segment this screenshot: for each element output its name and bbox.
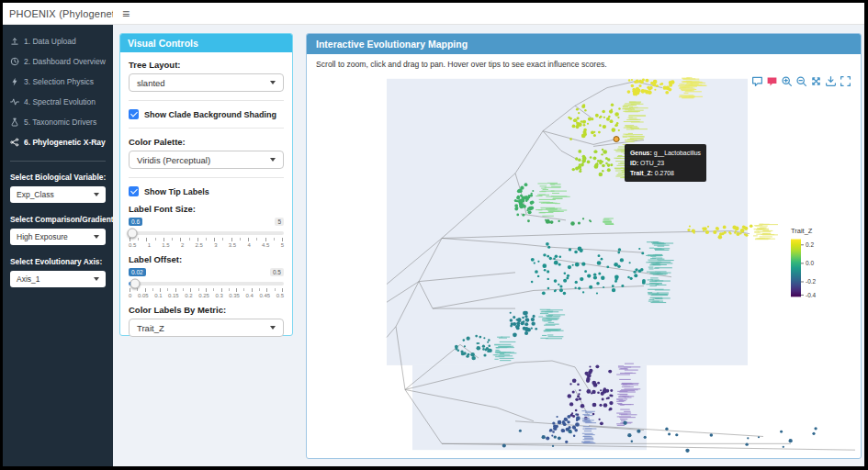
tip-marker[interactable] xyxy=(569,138,572,140)
tip-marker[interactable] xyxy=(521,321,524,325)
tip-marker[interactable] xyxy=(513,322,516,326)
tip-marker[interactable] xyxy=(461,352,465,355)
tip-marker[interactable] xyxy=(482,345,485,348)
tip-marker[interactable] xyxy=(609,401,613,405)
tip-marker[interactable] xyxy=(575,167,579,171)
tip-marker[interactable] xyxy=(620,258,624,262)
tip-marker[interactable] xyxy=(602,161,604,162)
tip-marker[interactable] xyxy=(716,227,719,230)
tip-marker[interactable] xyxy=(524,331,528,335)
tip-marker[interactable] xyxy=(610,119,614,123)
tip-marker[interactable] xyxy=(518,318,521,320)
tip-marker[interactable] xyxy=(713,230,716,234)
tip-marker[interactable] xyxy=(513,332,517,337)
tip-marker[interactable] xyxy=(747,437,749,439)
tip-marker[interactable] xyxy=(591,392,592,394)
tip-marker[interactable] xyxy=(563,292,566,295)
tip-marker[interactable] xyxy=(535,270,538,274)
tip-marker[interactable] xyxy=(533,315,535,318)
tip-marker[interactable] xyxy=(617,117,619,118)
tip-marker[interactable] xyxy=(547,246,550,249)
tip-marker[interactable] xyxy=(596,282,600,285)
tip-marker[interactable] xyxy=(575,413,578,415)
tip-marker[interactable] xyxy=(531,258,535,262)
tip-marker[interactable] xyxy=(644,436,647,439)
tip-marker[interactable] xyxy=(789,439,793,442)
tip-marker[interactable] xyxy=(645,79,648,83)
tip-marker[interactable] xyxy=(602,149,603,151)
tip-marker[interactable] xyxy=(569,118,572,120)
tip-marker[interactable] xyxy=(665,428,668,431)
tip-marker[interactable] xyxy=(710,433,714,436)
label-offset-track[interactable] xyxy=(129,282,284,285)
font-size-track[interactable] xyxy=(129,231,284,235)
tip-marker[interactable] xyxy=(631,440,633,442)
tip-marker[interactable] xyxy=(597,382,600,385)
tip-marker[interactable] xyxy=(588,118,591,120)
tip-marker[interactable] xyxy=(750,225,753,229)
tip-marker[interactable] xyxy=(607,163,611,167)
tip-marker[interactable] xyxy=(598,254,601,257)
clade-shading-checkbox-row[interactable]: Show Clade Background Shading xyxy=(129,109,284,119)
tip-marker[interactable] xyxy=(592,403,597,408)
tip-marker[interactable] xyxy=(627,90,631,94)
tip-marker[interactable] xyxy=(527,219,530,222)
tip-marker[interactable] xyxy=(579,389,581,391)
tip-marker[interactable] xyxy=(693,232,695,234)
tip-marker[interactable] xyxy=(609,408,613,410)
tip-marker[interactable] xyxy=(526,196,529,199)
tip-marker[interactable] xyxy=(602,164,605,168)
tip-marker[interactable] xyxy=(566,276,569,279)
tip-marker[interactable] xyxy=(587,274,591,277)
tip-marker[interactable] xyxy=(510,325,513,328)
tip-marker[interactable] xyxy=(519,430,522,432)
tip-marker[interactable] xyxy=(593,151,596,153)
tip-marker[interactable] xyxy=(572,168,576,171)
tip-marker[interactable] xyxy=(745,443,748,446)
tip-marker[interactable] xyxy=(734,231,736,233)
tip-marker[interactable] xyxy=(654,89,656,91)
tip-marker[interactable] xyxy=(575,263,580,267)
tip-marker[interactable] xyxy=(537,275,540,277)
sidebar-item-1-data-upload[interactable]: 1. Data Upload xyxy=(3,31,113,51)
tree-plot-canvas[interactable]: Trait_Z0.20.0-0.2-0.4 xyxy=(308,67,859,460)
tip-marker[interactable] xyxy=(513,316,515,319)
tip-marker[interactable] xyxy=(612,128,616,132)
tip-marker[interactable] xyxy=(547,270,549,273)
tip-marker[interactable] xyxy=(532,190,534,192)
tip-marker[interactable] xyxy=(581,263,585,266)
tip-marker[interactable] xyxy=(605,157,608,160)
tip-labels-checkbox-row[interactable]: Show Tip Labels xyxy=(129,186,284,196)
tip-marker[interactable] xyxy=(559,288,563,292)
tip-marker[interactable] xyxy=(514,204,518,207)
tip-marker[interactable] xyxy=(597,160,600,162)
tip-marker[interactable] xyxy=(569,248,571,251)
tip-marker[interactable] xyxy=(567,274,569,277)
tip-marker[interactable] xyxy=(578,221,581,224)
tip-marker[interactable] xyxy=(578,286,581,289)
color-metric-select[interactable]: Trait_Z xyxy=(129,319,284,337)
tip-marker[interactable] xyxy=(614,112,619,117)
tip-marker[interactable] xyxy=(524,322,528,326)
tip-marker[interactable] xyxy=(581,163,584,167)
tip-marker[interactable] xyxy=(531,328,533,330)
tip-marker[interactable] xyxy=(758,436,760,438)
tip-marker[interactable] xyxy=(576,121,578,123)
tip-marker[interactable] xyxy=(557,416,558,418)
evolutionary-axis-select[interactable]: Axis_1 xyxy=(10,271,106,287)
tip-marker[interactable] xyxy=(656,84,659,86)
tip-marker[interactable] xyxy=(553,257,556,260)
zoom-in-icon[interactable] xyxy=(781,75,793,87)
tip-marker[interactable] xyxy=(575,422,580,427)
menu-icon[interactable]: ≡ xyxy=(122,7,130,20)
tip-marker[interactable] xyxy=(574,287,576,289)
tip-marker[interactable] xyxy=(610,163,613,166)
tip-marker[interactable] xyxy=(634,81,637,84)
tip-marker[interactable] xyxy=(608,370,612,374)
tip-marker[interactable] xyxy=(572,125,576,129)
tip-marker[interactable] xyxy=(579,397,581,400)
tip-marker[interactable] xyxy=(599,173,603,176)
tip-marker[interactable] xyxy=(603,286,604,288)
tip-marker[interactable] xyxy=(621,285,624,287)
tip-marker[interactable] xyxy=(614,125,616,127)
